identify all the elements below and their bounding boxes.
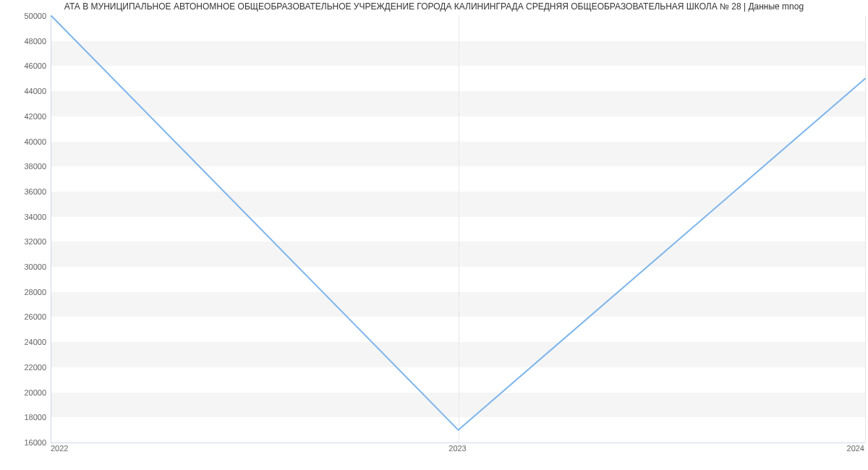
grid-vline	[865, 16, 866, 443]
chart-title: АТА В МУНИЦИПАЛЬНОЕ АВТОНОМНОЕ ОБЩЕОБРАЗ…	[0, 0, 868, 12]
y-tick-label: 50000	[0, 12, 46, 20]
x-axis-labels: 202220232024	[51, 444, 864, 458]
y-tick-label: 34000	[0, 213, 46, 221]
y-tick-label: 46000	[0, 61, 46, 70]
y-tick-label: 22000	[0, 363, 46, 372]
y-tick-label: 20000	[0, 388, 46, 397]
y-tick-label: 24000	[0, 338, 46, 346]
y-tick-label: 28000	[0, 288, 46, 296]
y-tick-label: 18000	[0, 413, 46, 422]
y-tick-label: 32000	[0, 237, 46, 246]
x-tick-label: 2022	[51, 444, 68, 453]
y-tick-label: 30000	[0, 262, 46, 271]
line-series	[51, 16, 865, 443]
y-tick-label: 16000	[0, 438, 46, 447]
x-tick-label: 2024	[847, 444, 864, 453]
y-tick-label: 48000	[0, 37, 46, 46]
x-tick-label: 2023	[448, 444, 466, 453]
y-tick-label: 44000	[0, 87, 46, 95]
y-tick-label: 38000	[0, 162, 46, 171]
y-tick-label: 42000	[0, 112, 46, 121]
plot-area	[51, 16, 865, 443]
y-tick-label: 26000	[0, 312, 46, 321]
y-tick-label: 36000	[0, 187, 46, 196]
y-axis-labels: 1600018000200002200024000260002800030000…	[0, 16, 46, 443]
y-tick-label: 40000	[0, 137, 46, 146]
